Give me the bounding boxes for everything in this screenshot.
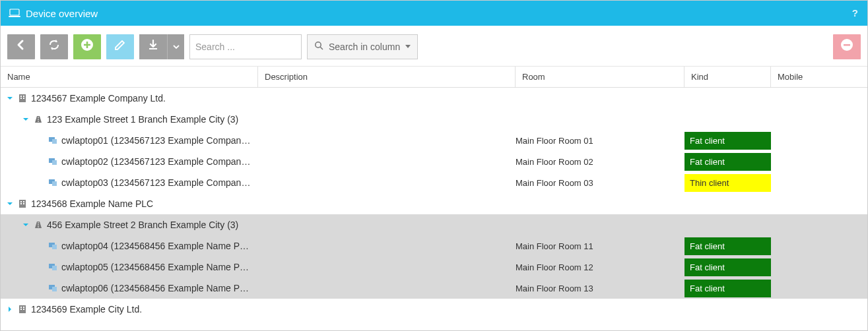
node-label: 1234567 Example Company Ltd. (31, 93, 166, 104)
tree-row-device[interactable]: cwlaptop01 (1234567123 Example Company .… (1, 130, 867, 151)
refresh-icon (48, 38, 61, 55)
col-mobile[interactable]: Mobile (771, 67, 867, 87)
back-button[interactable] (7, 34, 35, 59)
svg-point-4 (316, 42, 321, 47)
tree-body: 1234567 Example Company Ltd. 123 Example… (1, 88, 867, 320)
arrow-left-icon (15, 39, 27, 54)
device-room: Main Floor Room 03 (516, 178, 684, 188)
expander-icon[interactable] (22, 115, 30, 123)
road-icon (34, 220, 43, 229)
download-icon (147, 38, 160, 55)
building-icon (18, 305, 27, 314)
add-button[interactable] (73, 34, 101, 59)
device-room: Main Floor Room 13 (516, 284, 684, 293)
svg-rect-34 (23, 307, 24, 308)
expander-icon[interactable] (6, 200, 14, 208)
device-name: cwlaptop01 (1234567123 Example Company .… (61, 135, 253, 146)
expander-icon[interactable] (6, 305, 14, 313)
svg-rect-20 (19, 200, 26, 208)
search-input[interactable] (195, 42, 311, 52)
device-name: cwlaptop03 (1234567123 Example Company .… (61, 177, 253, 188)
svg-rect-29 (52, 266, 57, 270)
svg-rect-11 (20, 98, 22, 99)
svg-line-5 (320, 47, 323, 49)
expander-icon[interactable] (22, 221, 30, 229)
device-room: Main Floor Room 12 (516, 262, 684, 272)
building-icon (18, 199, 27, 208)
tree-row-company[interactable]: 1234567 Example Company Ltd. (1, 88, 867, 109)
search-box: ✕ (189, 34, 302, 59)
svg-rect-8 (19, 94, 26, 102)
kind-badge: Thin client (684, 174, 771, 192)
device-name: cwlaptop04 (1234568456 Example Name PLC.… (61, 241, 253, 251)
device-room: Main Floor Room 01 (516, 136, 684, 146)
computer-icon (48, 136, 57, 145)
col-name[interactable]: Name (1, 67, 258, 87)
tree-row-branch[interactable]: 123 Example Street 1 Branch Example City… (1, 109, 867, 130)
computer-icon (48, 262, 57, 272)
node-label: 123 Example Street 1 Branch Example City… (47, 114, 238, 125)
svg-rect-17 (52, 160, 57, 165)
minus-circle-icon (840, 38, 854, 55)
table-header: Name Description Room Kind Mobile (1, 67, 867, 88)
svg-rect-12 (23, 98, 24, 99)
col-kind[interactable]: Kind (684, 67, 771, 87)
svg-rect-7 (844, 44, 850, 46)
device-name: cwlaptop06 (1234568456 Example Name PLC.… (61, 283, 253, 293)
kind-badge: Fat client (684, 280, 771, 297)
kind-badge: Fat client (684, 132, 771, 150)
svg-rect-21 (20, 201, 22, 202)
download-button[interactable] (139, 34, 167, 59)
svg-rect-9 (20, 96, 22, 97)
computer-icon (48, 241, 57, 251)
svg-rect-36 (23, 309, 24, 310)
node-label: 1234568 Example Name PLC (31, 198, 153, 209)
svg-rect-35 (20, 309, 22, 310)
svg-rect-15 (52, 139, 57, 144)
export-button-group (139, 34, 184, 59)
toolbar: ✕ Search in column (1, 26, 867, 67)
tree-row-device[interactable]: cwlaptop04 (1234568456 Example Name PLC.… (1, 235, 867, 256)
tree-row-device[interactable]: cwlaptop02 (1234567123 Example Company .… (1, 151, 867, 172)
panel-header: Device overview ? (1, 1, 867, 26)
column-search-dropdown[interactable]: Search in column (307, 34, 418, 59)
computer-icon (48, 157, 57, 166)
refresh-button[interactable] (40, 34, 68, 59)
expander-icon[interactable] (6, 94, 14, 102)
col-description[interactable]: Description (258, 67, 516, 87)
search-icon (314, 41, 323, 52)
svg-rect-3 (149, 48, 157, 49)
tree-row-device[interactable]: cwlaptop03 (1234567123 Example Company .… (1, 172, 867, 193)
help-icon[interactable]: ? (852, 7, 858, 18)
download-dropdown-button[interactable] (167, 34, 184, 59)
svg-rect-19 (52, 181, 57, 186)
tree-row-device[interactable]: cwlaptop05 (1234568456 Example Name PLC.… (1, 256, 867, 278)
chevron-down-icon (173, 40, 180, 53)
kind-badge: Fat client (684, 153, 771, 171)
tree-row-company[interactable]: 1234568 Example Name PLC (1, 193, 867, 214)
svg-rect-32 (19, 305, 26, 313)
svg-rect-22 (23, 201, 24, 202)
edit-button[interactable] (106, 34, 134, 59)
svg-rect-1 (9, 16, 20, 17)
delete-button[interactable] (833, 34, 861, 59)
tree-row-company[interactable]: 1234569 Example City Ltd. (1, 299, 867, 320)
kind-badge: Fat client (684, 258, 771, 276)
road-icon (34, 115, 43, 124)
tree-row-device[interactable]: cwlaptop06 (1234568456 Example Name PLC.… (1, 278, 867, 299)
edit-icon (114, 38, 127, 55)
device-name: cwlaptop02 (1234567123 Example Company .… (61, 156, 253, 167)
device-room: Main Floor Room 11 (516, 241, 684, 251)
tree-row-branch[interactable]: 456 Example Street 2 Branch Example City… (1, 214, 867, 235)
computer-icon (48, 284, 57, 293)
node-label: 456 Example Street 2 Branch Example City… (47, 220, 238, 230)
building-icon (18, 94, 27, 103)
plus-circle-icon (80, 38, 94, 55)
svg-rect-0 (10, 9, 19, 15)
col-room[interactable]: Room (516, 67, 684, 87)
svg-rect-24 (23, 203, 24, 204)
device-room: Main Floor Room 02 (516, 157, 684, 167)
node-label: 1234569 Example City Ltd. (31, 304, 142, 315)
device-name: cwlaptop05 (1234568456 Example Name PLC.… (61, 262, 253, 272)
svg-rect-23 (20, 203, 22, 204)
